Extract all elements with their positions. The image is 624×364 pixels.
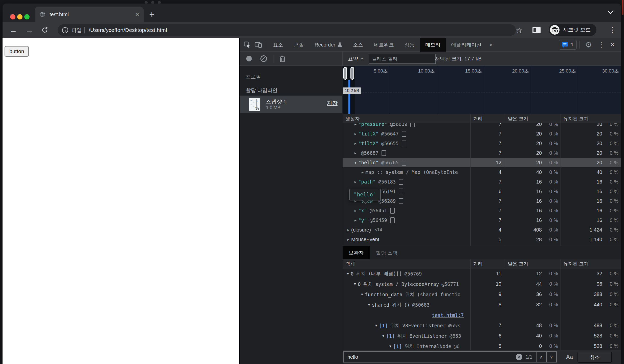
table-row[interactable]: ▼0위치(내부 배열)[]@5676911120 %320 % <box>343 268 621 279</box>
table-row[interactable]: ▶"y"@564597160 %160 % <box>343 215 621 225</box>
collapse-arrow-icon[interactable]: ▼ <box>352 282 358 286</box>
retainers-tab-보관자[interactable]: 보관자 <box>343 246 370 260</box>
expand-arrow-icon[interactable]: ▶ <box>360 170 365 174</box>
clear-profiles-icon[interactable] <box>260 55 267 62</box>
collapse-arrow-icon[interactable]: ▼ <box>381 334 386 338</box>
reveal-object-icon[interactable] <box>390 208 395 214</box>
table-row[interactable]: ▼function_data위치(shared functio9360 %388… <box>343 289 621 300</box>
table-row[interactable]: ▶MouseEvent5280 %1 1400 % <box>343 235 621 244</box>
column-header[interactable]: 얕은 크기 <box>505 116 561 122</box>
table-row[interactable]: ▶"tiltX"@566477200 %200 % <box>343 129 621 139</box>
match-case-toggle[interactable]: Aa <box>566 354 573 360</box>
reveal-object-icon[interactable] <box>382 150 386 156</box>
close-window-button[interactable] <box>10 14 15 19</box>
devtools-tab-콘솔[interactable]: 콘솔 <box>288 38 309 52</box>
expand-arrow-icon[interactable]: ▶ <box>353 209 358 213</box>
browser-menu-kebab-icon[interactable]: ⋮ <box>609 25 616 34</box>
devtools-tab-네트워크[interactable]: 네트워크 <box>368 38 399 52</box>
search-cancel-button[interactable]: 취소 <box>577 352 612 363</box>
expand-arrow-icon[interactable]: ▶ <box>353 151 358 155</box>
perspective-select[interactable]: 요약 ▼ <box>348 55 364 62</box>
collapse-arrow-icon[interactable]: ▼ <box>359 292 365 296</box>
expand-arrow-icon[interactable]: ▶ <box>353 132 358 136</box>
devtools-close-icon[interactable]: × <box>610 40 615 49</box>
devtools-menu-kebab-icon[interactable]: ⋮ <box>598 40 605 49</box>
url-text[interactable]: /Users/yceffort/Desktop/test.html <box>89 27 167 33</box>
search-input[interactable] <box>344 354 516 360</box>
forward-icon[interactable]: → <box>25 25 33 35</box>
device-toolbar-icon[interactable] <box>254 41 262 49</box>
devtools-tab-성능[interactable]: 성능 <box>399 38 420 52</box>
search-previous-button[interactable]: ∧ <box>536 352 546 362</box>
expand-arrow-icon[interactable]: ▶ <box>346 228 351 232</box>
reveal-object-icon[interactable] <box>399 198 403 204</box>
table-row[interactable]: ▼0위치system / BytecodeArray@5677110440 %9… <box>343 279 621 289</box>
back-icon[interactable]: ← <box>9 25 17 35</box>
table-row[interactable]: ▶"path"@561837160 %160 % <box>343 177 621 187</box>
column-header[interactable]: 생성자 <box>343 116 470 122</box>
settings-gear-icon[interactable]: ⚙ <box>585 40 592 49</box>
class-filter-input[interactable] <box>369 54 436 64</box>
column-header[interactable]: 거리 <box>470 261 505 267</box>
retainers-tab-할당 스택[interactable]: 할당 스택 <box>370 246 404 260</box>
table-row[interactable]: ▼[1]위치V8EventListener@6537480 %4880 % <box>343 320 621 331</box>
reveal-object-icon[interactable] <box>399 189 403 194</box>
collapse-arrow-icon[interactable]: ▼ <box>373 324 379 327</box>
allocation-timeline[interactable]: 5.00초10.00초15.00초20.00초25.00초30.00초 10.2… <box>343 66 621 115</box>
collapse-arrow-icon[interactable]: ▼ <box>366 303 372 307</box>
table-row[interactable]: ▶"x"@564517160 %160 % <box>343 206 621 215</box>
column-header[interactable]: 유지된 크기 <box>561 116 621 122</box>
more-tabs-icon[interactable]: » <box>487 41 495 48</box>
page-button[interactable]: button <box>5 46 29 57</box>
devtools-tab-요소[interactable]: 요소 <box>268 38 288 52</box>
search-field[interactable]: × 1/1 ∧ ∨ <box>343 351 557 362</box>
table-row[interactable]: ▶"pressure"@566397200 %200 % <box>343 123 621 129</box>
reveal-object-icon[interactable] <box>402 160 406 166</box>
bookmark-star-icon[interactable]: ☆ <box>516 26 523 35</box>
devtools-tab-Recorder[interactable]: Recorder <box>309 38 348 52</box>
search-clear-icon[interactable]: × <box>516 354 522 360</box>
table-row[interactable]: ▶(closure)×1444080 %1 4240 % <box>343 225 621 235</box>
table-row[interactable]: test.html:7 <box>343 310 621 320</box>
table-row[interactable]: ▶"tiltX"@566557200 %200 % <box>343 139 621 148</box>
reveal-object-icon[interactable] <box>390 217 395 223</box>
column-header[interactable]: 얕은 크기 <box>505 261 561 267</box>
minimize-window-button[interactable] <box>17 14 23 19</box>
snapshot-save-link[interactable]: 저장 <box>327 100 338 107</box>
record-heap-button[interactable] <box>246 56 252 61</box>
devtools-tab-메모리[interactable]: 메모리 <box>420 38 446 52</box>
source-location-link[interactable]: test.html:7 <box>432 312 464 318</box>
issues-badge[interactable]: 1 <box>559 40 577 50</box>
column-header[interactable]: 거리 <box>470 116 505 122</box>
delete-profile-trash-icon[interactable] <box>279 55 286 62</box>
expand-arrow-icon[interactable]: ▶ <box>346 238 351 241</box>
column-header[interactable]: 유지된 크기 <box>561 261 621 267</box>
inspect-element-icon[interactable] <box>243 41 251 49</box>
side-panel-icon[interactable] <box>532 27 541 33</box>
devtools-tab-애플리케이션[interactable]: 애플리케이션 <box>446 38 487 52</box>
tab-close-icon[interactable]: × <box>135 11 139 18</box>
new-tab-button[interactable]: + <box>149 9 154 20</box>
table-row[interactable]: ▶"view"@562897160 %160 % <box>343 196 621 206</box>
expand-arrow-icon[interactable]: ▶ <box>353 142 358 145</box>
incognito-badge[interactable]: 시크릿 모드 <box>549 24 596 36</box>
tab-search-chevron-icon[interactable] <box>607 10 614 15</box>
zoom-window-button[interactable] <box>24 14 30 19</box>
snapshot-list-item[interactable]: % 스냅샷 1 1.0 MB 저장 <box>240 96 342 113</box>
expand-arrow-icon[interactable]: ▶ <box>353 123 358 126</box>
address-bar[interactable]: 파일 /Users/yceffort/Desktop/test.html <box>58 24 516 36</box>
table-row[interactable]: ▼"hello"@5676512200 %200 % <box>343 158 621 167</box>
info-icon[interactable] <box>62 27 69 34</box>
devtools-tab-소스[interactable]: 소스 <box>348 38 368 52</box>
browser-tab[interactable]: test.html × <box>35 7 144 22</box>
table-row[interactable]: ▼[1]위치EventListener@6536400 %5280 % <box>343 331 621 341</box>
constructor-table-header[interactable]: 생성자 거리 얕은 크기 유지된 크기 <box>343 114 621 123</box>
expand-arrow-icon[interactable]: ▶ <box>353 218 358 222</box>
reveal-object-icon[interactable] <box>402 131 406 137</box>
reveal-object-icon[interactable] <box>402 141 406 146</box>
retainers-table-header[interactable]: 객체 거리 얕은 크기 유지된 크기 <box>343 259 621 268</box>
table-row[interactable]: ▶map :: system / Map (OneByteInte4400 %4… <box>343 167 621 177</box>
selection-handle-left[interactable] <box>343 67 347 80</box>
table-row[interactable]: ▼[1]위치InternalNode@6500 %5280 % <box>343 341 621 350</box>
search-next-button[interactable]: ∨ <box>546 352 556 362</box>
